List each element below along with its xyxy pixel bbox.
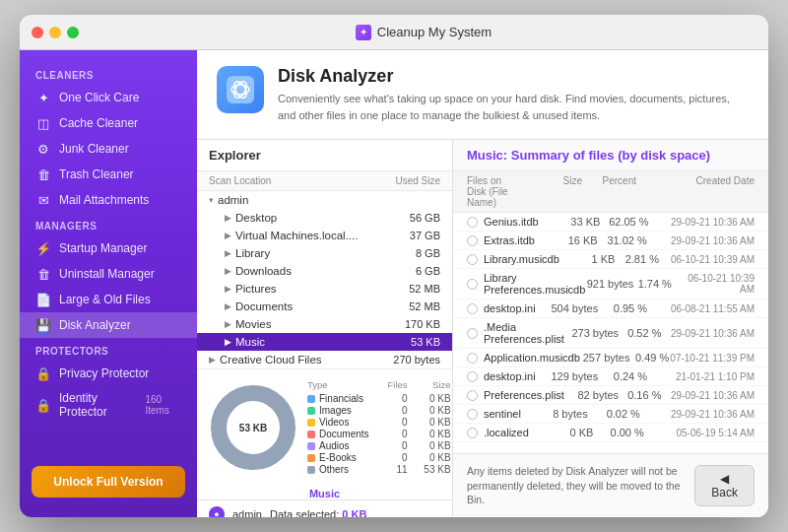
sidebar-item-label: Identity Protector	[59, 391, 133, 419]
file-rows-container: Genius.itdb 33 KB 62.05 % 29-09-21 10:36…	[453, 213, 768, 442]
legend-row-ebooks: E-Books 0 0 KB	[307, 452, 451, 463]
sidebar-item-junk-cleaner[interactable]: ⚙ Junk Cleaner	[20, 136, 197, 162]
arrow-icon: ▶	[225, 231, 231, 240]
file-percent: 0.52 %	[619, 327, 661, 339]
radio-circle[interactable]	[467, 235, 478, 246]
file-name: desktop.ini	[484, 370, 536, 382]
lr-type: Audios	[319, 440, 369, 451]
cleaners-section-label: Cleaners	[20, 62, 197, 85]
arrow-icon: ▶	[225, 248, 231, 258]
tree-item-admin[interactable]: ▾ admin	[197, 191, 452, 209]
close-button[interactable]	[32, 27, 43, 38]
tree-item-size: 37 GB	[371, 230, 440, 241]
radio-circle[interactable]	[467, 303, 478, 314]
file-row[interactable]: desktop.ini 129 bytes 0.24 % 21-01-21 1:…	[453, 367, 768, 386]
minimize-button[interactable]	[49, 27, 61, 38]
file-row[interactable]: desktop.ini 504 bytes 0.95 % 06-08-21 11…	[453, 299, 768, 318]
sidebar-item-large-old-files[interactable]: 📄 Large & Old Files	[20, 287, 197, 312]
sidebar-item-uninstall-manager[interactable]: 🗑 Uninstall Manager	[20, 261, 197, 287]
fc-date: Created Date	[636, 175, 755, 208]
tree-item-size: 53 KB	[371, 336, 440, 348]
sidebar-item-identity-protector[interactable]: 🔒 Identity Protector 160 Items	[20, 386, 197, 424]
status-user: admin	[232, 508, 262, 517]
tree-item-movies[interactable]: ▶ Movies 170 KB	[197, 315, 452, 333]
sidebar-item-privacy-protector[interactable]: 🔒 Privacy Protector	[20, 361, 197, 386]
file-name: Library.musicdb	[484, 253, 559, 265]
mail-icon: ✉	[35, 192, 51, 208]
lr-files: 0	[373, 417, 408, 428]
lr-type: Financials	[319, 393, 369, 404]
file-row[interactable]: Extras.itdb 16 KB 31.02 % 29-09-21 10:36…	[453, 232, 768, 250]
radio-circle[interactable]	[467, 279, 478, 290]
tree-item-label: Documents	[235, 300, 371, 312]
tree-item-desktop[interactable]: ▶ Desktop 56 GB	[197, 209, 452, 227]
file-row[interactable]: Application.musicdb 257 bytes 0.49 % 07-…	[453, 349, 768, 367]
back-button[interactable]: ◀ Back	[694, 465, 755, 506]
tree-item-creative-cloud[interactable]: ▶ Creative Cloud Files 270 bytes	[197, 351, 452, 368]
lr-files: 0	[373, 405, 408, 416]
radio-circle[interactable]	[467, 428, 478, 438]
sidebar-item-startup-manager[interactable]: ⚡ Startup Manager	[20, 235, 197, 261]
sidebar-item-trash-cleaner[interactable]: 🗑 Trash Cleaner	[20, 162, 197, 187]
large-files-icon: 📄	[35, 292, 51, 307]
fc-name: Files on Disk (File Name)	[467, 175, 513, 208]
radio-circle[interactable]	[467, 217, 478, 228]
file-name: desktop.ini	[484, 302, 536, 314]
radio-circle[interactable]	[467, 353, 478, 364]
sidebar-item-one-click-care[interactable]: ✦ One Click Care	[20, 85, 197, 110]
tree-item-downloads[interactable]: ▶ Downloads 6 GB	[197, 262, 452, 280]
file-row[interactable]: .Media Preferences.plist 273 bytes 0.52 …	[453, 318, 768, 349]
tree-item-label: Music	[235, 336, 371, 348]
radio-circle[interactable]	[467, 254, 478, 265]
tree-item-pictures[interactable]: ▶ Pictures 52 MB	[197, 280, 452, 298]
lr-type: Documents	[319, 429, 369, 439]
file-row[interactable]: Library Preferences.musicdb 921 bytes 1.…	[453, 269, 768, 299]
sidebar-item-disk-analyzer[interactable]: 💾 Disk Analyzer	[20, 312, 197, 338]
donut-center-label: 53 KB	[239, 423, 267, 433]
col-used-size: Used Size	[371, 175, 440, 186]
file-percent: 0.49 %	[629, 352, 669, 364]
file-row[interactable]: Preferences.plist 82 bytes 0.16 % 29-09-…	[453, 386, 768, 405]
ebooks-dot	[307, 454, 315, 462]
donut-area: 53 KB Type Files Size Financials	[197, 368, 452, 486]
files-columns: Files on Disk (File Name) Size Percent C…	[453, 171, 768, 213]
explorer-panel: Explorer Scan Location Used Size ▾ admin…	[197, 140, 453, 517]
donut-chart: 53 KB	[209, 383, 297, 472]
file-row[interactable]: sentinel 8 bytes 0.02 % 29-09-21 10:36 A…	[453, 405, 768, 424]
file-size: 504 bytes	[536, 302, 599, 314]
file-row[interactable]: .localized 0 KB 0.00 % 05-06-19 5:14 AM	[453, 424, 768, 442]
main-window: ✦ Cleanup My System Cleaners ✦ One Click…	[20, 15, 768, 517]
lr-type: E-Books	[319, 452, 369, 463]
trash-cleaner-icon: 🗑	[35, 166, 51, 182]
lr-files: 0	[373, 429, 408, 439]
tree-item-music[interactable]: ▶ Music 53 KB	[197, 333, 452, 351]
radio-circle[interactable]	[467, 371, 478, 382]
file-date: 29-09-21 10:36 AM	[661, 390, 755, 401]
file-date: 29-09-21 10:36 AM	[647, 235, 755, 246]
sidebar-item-cache-cleaner[interactable]: ◫ Cache Cleaner	[20, 110, 197, 136]
status-label: Data selected: 0 KB	[270, 508, 366, 517]
tree-item-vms[interactable]: ▶ Virtual Machines.local.... 37 GB	[197, 227, 452, 244]
maximize-button[interactable]	[67, 27, 79, 38]
tree-item-documents[interactable]: ▶ Documents 52 MB	[197, 298, 452, 315]
file-percent: 1.74 %	[633, 278, 672, 290]
documents-dot	[307, 431, 315, 438]
footer-note: Any items deleted by Disk Analyzer will …	[467, 464, 694, 507]
tree-item-library[interactable]: ▶ Library 8 GB	[197, 244, 452, 262]
radio-circle[interactable]	[467, 390, 478, 401]
tree-item-label: admin	[218, 194, 371, 206]
sidebar: Cleaners ✦ One Click Care ◫ Cache Cleane…	[20, 50, 197, 517]
sidebar-item-label: Cache Cleaner	[59, 116, 138, 130]
file-row[interactable]: Genius.itdb 33 KB 62.05 % 29-09-21 10:36…	[453, 213, 768, 232]
lr-size: 0 KB	[412, 452, 451, 463]
radio-circle[interactable]	[467, 328, 478, 339]
unlock-button[interactable]: Unlock Full Version	[32, 466, 185, 498]
lr-size: 0 KB	[412, 417, 451, 428]
sidebar-item-mail-attachments[interactable]: ✉ Mail Attachments	[20, 187, 197, 213]
file-row[interactable]: Library.musicdb 1 KB 2.81 % 06-10-21 10:…	[453, 250, 768, 269]
disk-analyzer-icon: 💾	[35, 317, 51, 333]
radio-circle[interactable]	[467, 409, 478, 420]
files-header-prefix: Music:	[467, 148, 507, 163]
lr-size: 0 KB	[412, 440, 451, 451]
svg-rect-0	[227, 76, 254, 103]
